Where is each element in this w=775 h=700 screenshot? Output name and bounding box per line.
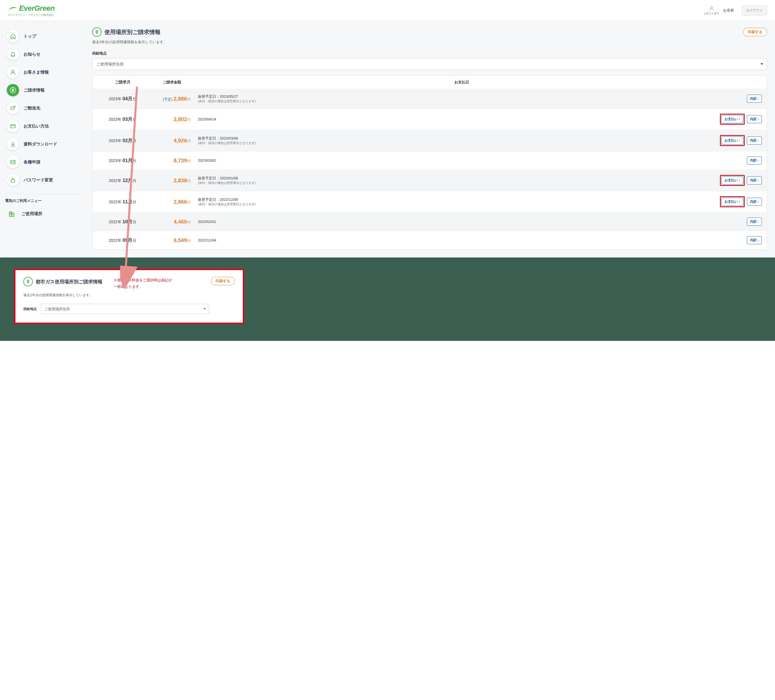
sidebar-item-envelope[interactable]: 各種申請 [5,153,79,171]
chevron-right-icon: › [758,220,759,223]
customer-number-label: お客さま番号 [704,12,719,15]
sidebar-item-label: トップ [23,34,36,39]
billing-amount: (予定)2,886円 [148,96,196,102]
sidebar-item-label: 各種申請 [23,160,40,165]
billing-table: ご請求月 ご請求金額 お支払日 2023年 04月分 (予定)2,886円 振替… [92,75,767,250]
sidebar-item-label: お客さま情報 [23,70,49,75]
annotation-title: 都市ガス使用場所別ご請求情報 [36,278,103,285]
annotation-description: 過去2年分の請求関連情報を表示しています。 [23,293,235,298]
annotation-print-button[interactable]: 印刷する [211,277,235,285]
billing-row: 2022年 10月分 4,460円 2023/02/01 内訳› [92,212,767,231]
svg-rect-5 [11,125,15,128]
sidebar-item-mailbox[interactable]: ご郵送先 [5,99,79,117]
supply-point-label: 供給地点 [92,51,767,56]
sidebar-item-label: ご郵送先 [23,105,40,111]
detail-button[interactable]: 内訳› [747,115,762,123]
svg-point-1 [12,70,14,72]
chevron-right-icon: › [758,118,759,121]
sidebar-item-download[interactable]: 資料ダウンロード [5,135,79,153]
annotation-supply-select[interactable]: ご使用場所住所 [41,304,209,314]
billing-date: 2022/11/04 [196,238,747,242]
billing-row: 2022年 09月分 6,549円 2022/11/04 内訳› [92,231,767,249]
billing-month: 2022年 09月分 [97,237,148,243]
main-content: ¥ 使用場所別ご請求情報 印刷する 過去2年分の請求関連情報を表示しています。 … [84,21,775,257]
billing-amount: 4,460円 [148,219,196,225]
billing-date: 振替予定日：2023/03/06(休日・祝日の場合は翌営業日となります) [196,136,720,145]
yen-badge-icon: ¥ [23,277,33,287]
sidebar-section-title: 電気のご利用メニュー [5,198,79,203]
sidebar-divider [5,194,79,194]
user-name: お名前 [723,8,734,13]
svg-rect-6 [11,161,15,164]
billing-amount: 2,838円 [148,177,196,183]
chevron-right-icon: › [758,200,759,203]
sidebar-item-label: 資料ダウンロード [23,142,57,147]
app-header: EverGreen エバーグリーン・リテイリング株式会社 お客さま番号 お名前 … [0,0,775,21]
yen-badge-icon: ¥ [92,27,101,37]
billing-date: 2023/03/02 [196,158,747,163]
sidebar-item-bell[interactable]: お知らせ [5,45,79,63]
page-title: 使用場所別ご請求情報 [105,28,161,36]
logout-button[interactable]: ログアウト [742,6,767,15]
billing-date: 振替予定日：2022/12/06(休日・祝日の場合は翌営業日となります) [196,197,720,207]
detail-button[interactable]: 内訳› [747,236,762,244]
logo-swoosh-icon [8,7,17,10]
billing-amount: 8,739円 [148,158,196,164]
chevron-right-icon: › [758,97,759,100]
pay-button[interactable]: お支払い› [722,115,743,123]
supply-point-select[interactable]: ご使用場所住所 [92,58,767,70]
billing-row: 2023年 01月分 8,739円 2023/03/02 内訳› [92,151,767,170]
sidebar-item-label: お支払い方法 [23,123,49,129]
card-icon [7,120,19,132]
billing-date: 2023/04/14 [196,117,720,121]
user-icon [7,66,19,78]
sidebar-item-yen[interactable]: ¥ご請求情報 [5,81,79,99]
sidebar-item-card[interactable]: お支払い方法 [5,117,79,135]
header-amount: ご請求金額 [148,80,196,85]
detail-button[interactable]: 内訳› [747,157,762,165]
detail-button[interactable]: 内訳› [747,137,762,145]
billing-date: 振替予定日：2023/05/27(休日・祝日の場合は翌営業日となります) [196,94,747,103]
sidebar-item-lock[interactable]: パスワード変更 [5,171,79,189]
detail-button[interactable]: 内訳› [747,198,762,206]
billing-month: 2022年 12月分 [97,177,148,183]
bell-icon [7,48,19,60]
billing-month: 2023年 04月分 [97,95,148,102]
billing-amount: 2,866円 [148,199,196,205]
print-button[interactable]: 印刷する [743,28,767,36]
logo-subtitle: エバーグリーン・リテイリング株式会社 [8,13,55,17]
user-icon [709,6,714,11]
billing-row: 2023年 04月分 (予定)2,886円 振替予定日：2023/05/27(休… [92,89,767,108]
sidebar-subitem-label: ご使用場所 [21,211,42,217]
billing-amount: 2,802円 [148,116,196,122]
svg-text:¥: ¥ [12,88,14,92]
annotation-panel: ¥ 都市ガス使用場所別ご請求情報 ※都市ガス料金をご選択時は表記が 一部異なりま… [0,257,775,341]
pay-button[interactable]: お支払い› [722,176,743,185]
billing-row: 2023年 03月分 2,802円 2023/04/14 お支払い› 内訳› [92,108,767,130]
logo[interactable]: EverGreen エバーグリーン・リテイリング株式会社 [8,4,55,17]
sidebar-subitem-building[interactable]: ご使用場所 [5,207,79,220]
download-icon [7,138,19,150]
sidebar-item-user[interactable]: お客さま情報 [5,63,79,81]
detail-button[interactable]: 内訳› [747,218,762,226]
pay-button[interactable]: お支払い› [722,137,743,145]
billing-month: 2023年 02月分 [97,137,148,144]
annotation-supply-label: 供給地点 [23,307,37,312]
billing-row: 2023年 02月分 4,926円 振替予定日：2023/03/06(休日・祝日… [92,130,767,151]
billing-date: 2023/02/01 [196,220,747,224]
sidebar-item-home[interactable]: トップ [5,27,79,45]
billing-date: 振替予定日：2023/01/06(休日・祝日の場合は翌営業日となります) [196,176,720,185]
billing-row: 2022年 11月分 2,866円 振替予定日：2022/12/06(休日・祝日… [92,191,767,212]
pay-button[interactable]: お支払い› [722,198,743,206]
billing-month: 2023年 03月分 [97,116,148,122]
home-icon [7,30,19,42]
table-header: ご請求月 ご請求金額 お支払日 [92,76,767,89]
detail-button[interactable]: 内訳› [747,176,762,185]
logo-text: EverGreen [19,4,55,13]
svg-rect-4 [11,107,14,110]
detail-button[interactable]: 内訳› [747,95,762,103]
mailbox-icon [7,102,19,114]
chevron-right-icon: › [758,139,759,142]
billing-month: 2022年 10月分 [97,218,148,225]
billing-amount: 4,926円 [148,138,196,144]
